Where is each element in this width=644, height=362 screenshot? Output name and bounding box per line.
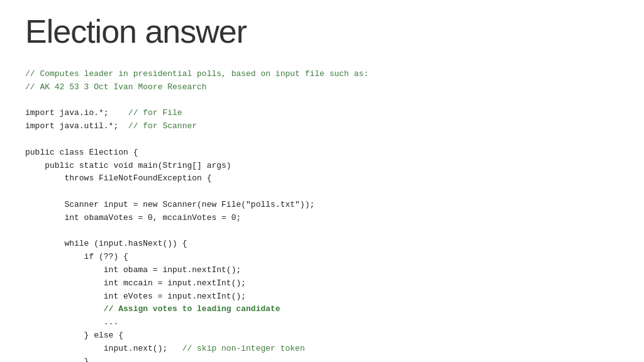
blank-line-1 (25, 94, 619, 107)
mccain-decl-line: int mccain = input.nextInt(); (25, 277, 619, 290)
comment-line-1: // Computes leader in presidential polls… (25, 68, 619, 81)
blank-line-2 (25, 133, 619, 146)
close-inner-line: } (25, 356, 619, 362)
comment-line-2: // AK 42 53 3 Oct Ivan Moore Research (25, 81, 619, 94)
import-line-1: import java.io.*; // for File (25, 107, 619, 120)
while-stmt-line: while (input.hasNext()) { (25, 238, 619, 251)
votes-init-line: int obamaVotes = 0, mccainVotes = 0; (25, 212, 619, 225)
next-call-line: input.next(); // skip non-integer token (25, 343, 619, 356)
assign-comment-line: // Assign votes to leading candidate (25, 303, 619, 316)
class-decl-line: public class Election { (25, 146, 619, 160)
scanner-init-line: Scanner input = new Scanner(new File("po… (25, 199, 619, 212)
import-line-2: import java.util.*; // for Scanner (25, 120, 619, 133)
blank-line-3 (25, 185, 619, 199)
dots-line: ... (25, 316, 619, 329)
else-stmt-line: } else { (25, 329, 619, 343)
evotes-decl-line: int eVotes = input.nextInt(); (25, 290, 619, 304)
if-stmt-line: if (??) { (25, 251, 619, 264)
page-title: Election answer (25, 13, 619, 50)
blank-line-4 (25, 225, 619, 238)
throws-decl-line: throws FileNotFoundException { (25, 172, 619, 185)
obama-decl-line: int obama = input.nextInt(); (25, 264, 619, 277)
main-decl-line: public static void main(String[] args) (25, 160, 619, 173)
code-block: // Computes leader in presidential polls… (25, 68, 619, 362)
